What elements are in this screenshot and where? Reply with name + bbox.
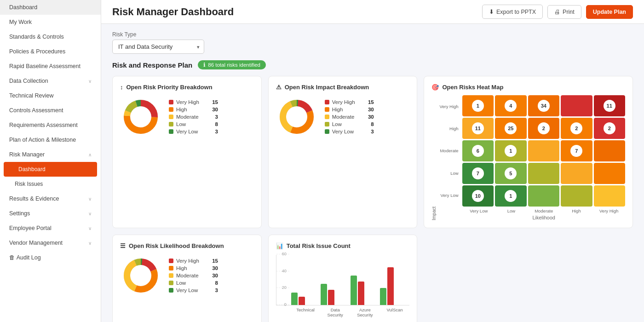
- legend-dot: [169, 273, 173, 278]
- impact-donut: [276, 96, 317, 138]
- sidebar-item-policies-procedures[interactable]: Policies & Procedures: [0, 44, 101, 59]
- legend-item: Low 8: [325, 121, 374, 127]
- sidebar-item-risk-manager[interactable]: Risk Manager∧: [0, 147, 101, 162]
- heatmap-cell-value: 10: [472, 190, 484, 202]
- legend-label: Very Low: [176, 288, 206, 293]
- sidebar-item-settings[interactable]: Settings∨: [0, 206, 101, 221]
- badge-icon: ℹ: [203, 62, 206, 68]
- risk-issue-count-card: 📊 Total Risk Issue Count 0204060Technica…: [268, 235, 418, 322]
- heatmap-cell: [528, 163, 559, 184]
- legend-item: Very High 15: [169, 258, 218, 264]
- sidebar-item-dashboard[interactable]: Dashboard: [0, 0, 101, 15]
- export-button[interactable]: ⬇ Export to PPTX: [482, 5, 543, 19]
- heatmap-y-labels: Very HighHighModerateLowVery Low: [439, 95, 460, 207]
- bar-label: VulScan: [380, 307, 410, 317]
- heatmap-cell: 1: [495, 185, 526, 207]
- legend-value: 30: [365, 114, 374, 120]
- heatmap-right: Very HighHighModerateLowVery Low14341111…: [439, 95, 625, 220]
- sidebar-item-data-collection[interactable]: Data Collection∨: [0, 74, 101, 88]
- legend-value: 15: [365, 99, 374, 105]
- sidebar-label-risk-issues: Risk Issues: [15, 181, 43, 187]
- legend-item: Very High 15: [325, 99, 374, 105]
- sidebar-item-technical-review[interactable]: Technical Review: [0, 88, 101, 103]
- legend-dot: [325, 107, 329, 112]
- heatmap-cell: 6: [462, 140, 494, 161]
- sidebar-item-audit-log[interactable]: 🗑 Audit Log: [0, 250, 101, 265]
- bar-group: [380, 267, 406, 305]
- topbar-actions: ⬇ Export to PPTX 🖨 Print Update Plan: [482, 5, 633, 19]
- sidebar-item-vendor-management[interactable]: Vendor Management∨: [0, 236, 101, 250]
- sidebar-label-standards-controls: Standards & Controls: [9, 34, 64, 40]
- legend-item: High 30: [169, 107, 218, 112]
- heatmap-icon: 🎯: [431, 84, 439, 91]
- priority-breakdown-card: ↕ Open Risk Priority Breakdown: [112, 76, 262, 228]
- heatmap-cell-value: 11: [472, 122, 484, 134]
- heatmap-cell-value: 1: [472, 100, 484, 112]
- heatmap-cell: [561, 185, 592, 207]
- update-plan-button[interactable]: Update Plan: [586, 5, 633, 19]
- legend-dot: [325, 122, 329, 126]
- section-header: Risk and Response Plan ℹ 86 total risks …: [112, 60, 633, 69]
- heatmap-cell: [594, 140, 625, 161]
- bar: [321, 284, 327, 305]
- legend-dot: [169, 107, 173, 112]
- legend-item: Very High 15: [169, 99, 218, 105]
- sidebar-item-plan-of-action[interactable]: Plan of Action & Milestone: [0, 132, 101, 147]
- legend-label: Low: [332, 121, 362, 127]
- heatmap-container: ImpactVery HighHighModerateLowVery Low14…: [431, 95, 625, 220]
- legend-item: Low 8: [169, 280, 218, 286]
- legend-dot: [169, 115, 173, 119]
- bar: [351, 276, 357, 305]
- sidebar-item-my-work[interactable]: My Work: [0, 15, 101, 29]
- legend-label: Very High: [332, 99, 362, 105]
- heatmap-cell: 10: [462, 185, 494, 207]
- bar-chart-container: 0204060TechnicalData SecurityAzure Secur…: [276, 255, 410, 317]
- heatmap-cell: 7: [462, 163, 494, 184]
- heatmap-y-label: Low: [439, 162, 458, 184]
- content-area: Risk Type IT and Data Security Risk and …: [101, 24, 644, 322]
- sidebar-item-rm-dashboard[interactable]: Dashboard: [4, 162, 97, 177]
- legend-item: Moderate 30: [325, 114, 374, 120]
- sidebar-item-controls-assessment[interactable]: Controls Assessment: [0, 103, 101, 118]
- heatmap-cell: [528, 140, 559, 161]
- legend-value: 15: [209, 99, 218, 105]
- priority-card-title: ↕ Open Risk Priority Breakdown: [120, 84, 254, 91]
- heatmap-cell: 11: [594, 95, 625, 116]
- legend-item: Very Low 3: [169, 129, 218, 134]
- legend-dot: [169, 281, 173, 285]
- sidebar-item-employee-portal[interactable]: Employee Portal∨: [0, 221, 101, 236]
- legend-label: Moderate: [332, 114, 362, 120]
- legend-dot: [169, 129, 173, 134]
- y-tick: 40: [276, 271, 289, 271]
- sidebar-label-policies-procedures: Policies & Procedures: [9, 48, 65, 55]
- sidebar-item-standards-controls[interactable]: Standards & Controls: [0, 29, 101, 44]
- y-tick: 20: [276, 288, 289, 288]
- risks-badge: ℹ 86 total risks identified: [198, 60, 266, 69]
- legend-label: High: [176, 265, 206, 271]
- sidebar-item-results-evidence[interactable]: Results & Evidence∨: [0, 191, 101, 206]
- priority-donut: [120, 96, 161, 138]
- likelihood-breakdown-card: ☰ Open Risk Likelihood Breakdown: [112, 235, 262, 322]
- legend-item: Very Low 3: [325, 129, 374, 134]
- risk-type-label: Risk Type: [112, 31, 633, 38]
- legend-value: 30: [365, 107, 374, 112]
- page-title: Risk Manager Dashboard: [112, 6, 234, 18]
- legend-label: High: [332, 107, 362, 112]
- heatmap-cell-value: 2: [570, 122, 582, 134]
- chevron-icon: ∨: [88, 211, 92, 216]
- sidebar-item-requirements-assessment[interactable]: Requirements Assessment: [0, 118, 101, 132]
- sidebar-item-risk-issues[interactable]: Risk Issues: [0, 177, 101, 191]
- heatmap-x-label: Moderate: [528, 208, 560, 213]
- risk-type-row: Risk Type IT and Data Security: [112, 31, 633, 54]
- sidebar-item-rapid-baseline[interactable]: Rapid Baseline Assessment: [0, 59, 101, 74]
- heatmap-y-axis-title: Impact: [431, 95, 437, 220]
- sidebar-label-results-evidence: Results & Evidence: [9, 196, 59, 202]
- sidebar-label-rm-dashboard: Dashboard: [18, 166, 46, 172]
- bar-label: Technical: [291, 307, 321, 317]
- legend-dot: [325, 129, 329, 134]
- heatmap-cell: 2: [561, 118, 592, 139]
- print-button[interactable]: 🖨 Print: [547, 5, 581, 19]
- sidebar-label-controls-assessment: Controls Assessment: [9, 107, 63, 114]
- legend-dot: [169, 266, 173, 270]
- risk-type-select[interactable]: IT and Data Security: [112, 40, 204, 54]
